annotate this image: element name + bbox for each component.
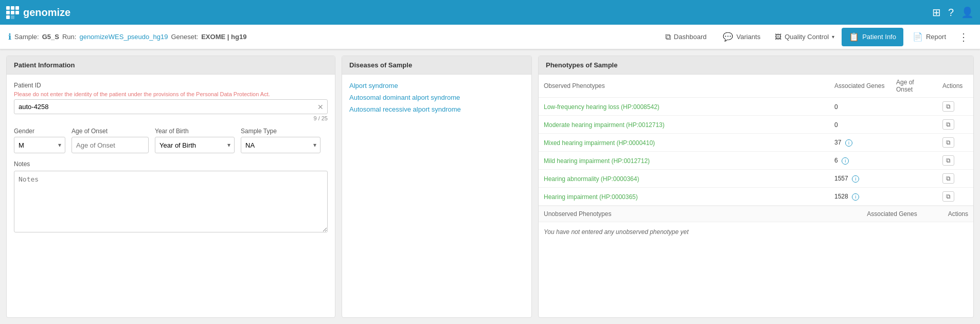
report-label: Report <box>926 33 946 41</box>
disease-link[interactable]: Autosomal dominant alport syndrome <box>349 94 460 101</box>
sample-type-label: Sample Type <box>241 128 320 135</box>
age-of-onset-input[interactable] <box>72 137 149 153</box>
logo-grid <box>6 6 19 19</box>
age-of-onset-label: Age of Onset <box>72 128 149 135</box>
quality-control-label: Quality Control <box>785 33 829 41</box>
apps-icon[interactable]: ⊞ <box>932 6 941 19</box>
secondary-nav: ℹ Sample: G5_S Run: genomizeWES_pseudo_h… <box>0 25 980 49</box>
phenotype-name[interactable]: Moderate hearing impairment (HP:0012713) <box>544 121 665 129</box>
phenotype-name[interactable]: Mild hearing impairment (HP:0012712) <box>544 157 650 165</box>
nav-buttons: ⧉ Dashboard 💬 Variants 🖼 Quality Control… <box>658 28 972 46</box>
quality-control-button[interactable]: 🖼 Quality Control ▾ <box>770 28 840 46</box>
run-label: Run: <box>62 33 76 41</box>
notes-textarea[interactable] <box>14 171 328 232</box>
copy-button[interactable]: ⧉ <box>942 191 954 202</box>
gender-select[interactable]: M F Unknown <box>14 137 65 153</box>
patient-info-body: Patient ID Please do not enter the ident… <box>7 75 335 247</box>
disease-list: Alport syndrome Autosomal dominant alpor… <box>342 75 531 124</box>
observed-phenotypes-table: Observed Phenotypes Associated Genes Age… <box>539 75 973 206</box>
dashboard-button[interactable]: ⧉ Dashboard <box>658 28 714 46</box>
info-icon: ℹ <box>8 32 11 42</box>
info-circle-icon[interactable]: i <box>852 193 859 201</box>
copy-button[interactable]: ⧉ <box>942 137 954 148</box>
diseases-panel: Diseases of Sample Alport syndrome Autos… <box>342 56 532 318</box>
list-item: Autosomal dominant alport syndrome <box>349 94 524 101</box>
sample-type-select[interactable]: NA Blood Saliva Tissue <box>241 137 320 153</box>
gender-label: Gender <box>14 128 65 135</box>
demographics-row: Gender M F Unknown Age of Onset Year of … <box>14 128 328 153</box>
gene-count: 1528 <box>834 193 848 200</box>
table-row: Mixed hearing impairment (HP:0000410) 37… <box>539 134 973 152</box>
gene-count: 6 <box>834 157 838 164</box>
year-of-birth-select[interactable]: Year of Birth <box>155 137 235 153</box>
copy-button[interactable]: ⧉ <box>942 101 954 112</box>
gene-count: 0 <box>834 121 838 129</box>
patient-info-panel: Patient Information Patient ID Please do… <box>6 56 335 318</box>
more-button[interactable]: ⋮ <box>955 29 972 45</box>
user-icon[interactable]: 👤 <box>961 6 974 19</box>
char-count: 9 / 25 <box>14 115 328 121</box>
unobserved-actions-header: Actions <box>948 210 968 218</box>
gene-count: 37 <box>834 139 841 146</box>
phenotypes-header: Phenotypes of Sample <box>539 56 973 75</box>
gender-select-wrap: M F Unknown <box>14 137 65 153</box>
patient-id-input[interactable] <box>14 99 328 114</box>
phenotypes-body: Observed Phenotypes Associated Genes Age… <box>539 75 973 242</box>
clear-icon[interactable]: ✕ <box>317 103 324 111</box>
variants-button[interactable]: 💬 Variants <box>716 28 768 46</box>
geneset-label: Geneset: <box>171 33 198 41</box>
patient-info-icon: 📋 <box>849 32 859 42</box>
gene-count: 1557 <box>834 175 848 182</box>
info-circle-icon[interactable]: i <box>852 175 859 183</box>
top-nav: genomize ⊞ ? 👤 <box>0 0 980 25</box>
report-button[interactable]: 📄 Report <box>905 28 953 46</box>
disease-link[interactable]: Autosomal recessive alport syndrome <box>349 105 461 113</box>
diseases-header: Diseases of Sample <box>342 56 531 75</box>
phenotype-name[interactable]: Low-frequency hearing loss (HP:0008542) <box>544 103 660 111</box>
copy-button[interactable]: ⧉ <box>942 155 954 166</box>
table-row: Moderate hearing impairment (HP:0012713)… <box>539 116 973 134</box>
sample-id: G5_S <box>42 33 59 41</box>
age-of-onset-field: Age of Onset <box>72 128 149 153</box>
year-of-birth-field: Year of Birth Year of Birth <box>155 128 235 153</box>
gender-field: Gender M F Unknown <box>14 128 65 153</box>
year-of-birth-select-wrap: Year of Birth <box>155 137 235 153</box>
patient-info-label: Patient Info <box>862 33 896 41</box>
no-unobserved-text: You have not entered any unobserved phen… <box>539 222 973 242</box>
unobserved-header: Unobserved Phenotypes <box>544 210 611 218</box>
phenotype-name[interactable]: Hearing abnormality (HP:0000364) <box>544 175 639 183</box>
patient-id-input-wrap: ✕ <box>14 99 328 114</box>
dashboard-icon: ⧉ <box>665 32 671 42</box>
dropdown-arrow-icon: ▾ <box>832 34 834 40</box>
run-link[interactable]: genomizeWES_pseudo_hg19 <box>79 33 168 41</box>
copy-button[interactable]: ⧉ <box>942 173 954 184</box>
notes-field: Notes <box>14 160 328 234</box>
top-nav-right: ⊞ ? 👤 <box>932 6 974 19</box>
patient-id-warning: Please do not enter the identity of the … <box>14 91 328 97</box>
help-icon[interactable]: ? <box>948 7 954 19</box>
notes-label: Notes <box>14 160 328 168</box>
quality-control-icon: 🖼 <box>775 33 781 41</box>
table-row: Low-frequency hearing loss (HP:0008542) … <box>539 98 973 116</box>
phenotype-name[interactable]: Hearing impairment (HP:0000365) <box>544 193 638 201</box>
actions-col-header: Actions <box>937 75 973 98</box>
sample-type-select-wrap: NA Blood Saliva Tissue <box>241 137 320 153</box>
sample-label: Sample: <box>14 33 39 41</box>
info-circle-icon[interactable]: i <box>842 157 849 165</box>
observed-phenotypes-col-header: Observed Phenotypes <box>539 75 829 98</box>
phenotype-name[interactable]: Mixed hearing impairment (HP:0000410) <box>544 139 655 147</box>
patient-info-button[interactable]: 📋 Patient Info <box>842 28 903 46</box>
disease-link[interactable]: Alport syndrome <box>349 82 398 89</box>
unobserved-associated-genes-header: Associated Genes <box>867 210 917 218</box>
info-circle-icon[interactable]: i <box>845 139 852 147</box>
unobserved-section-divider: Unobserved Phenotypes Associated Genes A… <box>539 206 973 222</box>
geneset-value: EXOME | hg19 <box>201 33 246 41</box>
main-content: Patient Information Patient ID Please do… <box>0 49 980 324</box>
phenotypes-panel: Phenotypes of Sample Observed Phenotypes… <box>538 56 974 318</box>
patient-id-label: Patient ID <box>14 82 328 89</box>
copy-button[interactable]: ⧉ <box>942 119 954 130</box>
patient-info-header: Patient Information <box>7 56 335 75</box>
logo-text: genomize <box>23 7 70 19</box>
list-item: Alport syndrome <box>349 82 524 89</box>
gene-count: 0 <box>834 103 838 111</box>
